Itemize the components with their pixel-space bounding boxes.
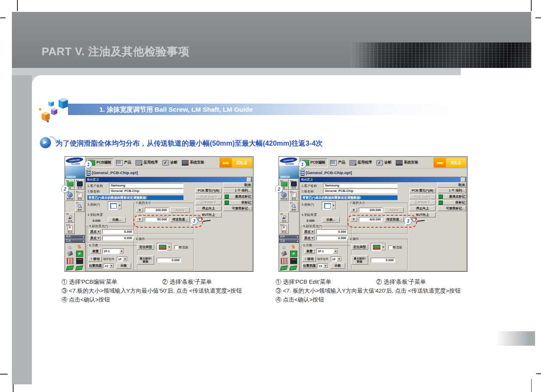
fkey-part-button[interactable]: F3部件: [75, 179, 85, 190]
menu-product[interactable]: 产品: [114, 159, 133, 167]
fkey-optimize-button[interactable]: F8优化: [279, 212, 289, 223]
parts-list-tool-icon[interactable]: [76, 251, 83, 257]
file-panel-header[interactable]: 文件: [65, 235, 85, 239]
parts-list-tool-icon[interactable]: [290, 251, 297, 257]
chevron-down-icon[interactable]: [167, 243, 172, 251]
fkey-graphic-button[interactable]: F7图形: [75, 201, 85, 212]
stopper-up-button[interactable]: 停止向上: [409, 206, 436, 211]
feeder-bank-tool-icon[interactable]: [281, 258, 288, 264]
sort-tool-icon[interactable]: [290, 244, 296, 250]
max-parts-value[interactable]: 0.000: [371, 258, 395, 262]
chevron-down-icon[interactable]: [323, 264, 328, 268]
pcb-index-button[interactable]: PCB 索引(*)(B): [195, 188, 222, 193]
fiducial-mark-button[interactable]: 基准点标记: [437, 194, 466, 199]
fkey-cancel-button[interactable]: F10取消: [65, 223, 75, 234]
array-button[interactable]: 1 个 排列...: [223, 188, 252, 193]
chevron-down-icon[interactable]: [117, 202, 122, 209]
caption-step-1: ① 选择'PCB Edit'菜单: [276, 277, 376, 286]
size-x-value[interactable]: 100.000: [145, 208, 169, 212]
dialog-title: 板的定义: [87, 178, 99, 182]
coordinate-dropdown[interactable]: [108, 201, 122, 210]
size-x-value[interactable]: 100.000: [359, 208, 383, 212]
jig-tool-icon[interactable]: [281, 251, 287, 256]
chevron-down-icon[interactable]: [119, 249, 124, 254]
diagnosis-icon: [376, 160, 383, 166]
pcb-tool-icon[interactable]: [290, 265, 296, 271]
menu-product[interactable]: 产品: [328, 159, 347, 167]
customer-name-input[interactable]: Samsung: [109, 183, 183, 188]
accept-mark-button[interactable]: 可接受标记...: [437, 206, 466, 211]
teach2-button[interactable]: 示教: [116, 263, 131, 269]
bypass-checkbox[interactable]: [389, 245, 392, 249]
stopper-up-button[interactable]: 停止向上: [195, 206, 222, 211]
sort-tool-icon[interactable]: [76, 244, 82, 250]
monitor-tool-icon[interactable]: [76, 258, 83, 264]
fkey-optimize-button[interactable]: F8优化: [65, 212, 75, 223]
menu-system-install[interactable]: 系统安装: [394, 159, 420, 167]
file-panel-header[interactable]: 文件: [279, 235, 299, 239]
teach-button[interactable]: 示教...: [322, 217, 340, 223]
move-button[interactable]: +移动: [302, 256, 316, 262]
accept-mark-button[interactable]: 可接受标记...: [223, 206, 252, 211]
menu-diagnosis[interactable]: 诊断: [161, 159, 179, 167]
tool-panel-header[interactable]: 工具: [279, 239, 299, 243]
home-tool-icon[interactable]: [281, 244, 287, 250]
dialog-close-button[interactable]: [247, 178, 251, 182]
cancel-button[interactable]: 取消: [223, 183, 252, 188]
chevron-down-icon[interactable]: [337, 257, 341, 261]
array-button[interactable]: 1 个 排列...: [437, 188, 466, 193]
fkey-graphic-button[interactable]: F7图形: [289, 201, 299, 212]
menu-system-install[interactable]: 系统安装: [180, 159, 206, 167]
device-dropdown[interactable]: 1F-1: [102, 248, 124, 254]
position-stopper-dropdown[interactable]: #2: [318, 263, 328, 268]
tape-module-dropdown[interactable]: 1F: [117, 257, 128, 262]
board-name-input[interactable]: General_PCB-Chip: [323, 189, 397, 193]
positioning-type-dropdown[interactable]: [371, 243, 386, 251]
positioning-type-dropdown[interactable]: [157, 243, 172, 251]
menu-diagnosis[interactable]: 诊断: [375, 159, 393, 167]
position-stopper-dropdown[interactable]: #2: [104, 263, 114, 268]
fiducial-mark-button[interactable]: 基准点标记: [223, 194, 252, 199]
chevron-down-icon[interactable]: [109, 264, 114, 268]
fkey-cancel-button[interactable]: F10取消: [279, 223, 289, 234]
monitor-tool-icon[interactable]: [290, 258, 297, 264]
device-dropdown[interactable]: 1F-1: [316, 248, 338, 254]
move-label: 移动: [307, 257, 314, 261]
menu-application[interactable]: 应用程序: [134, 159, 160, 167]
bad-mark-button[interactable]: 坏标记: [437, 200, 466, 205]
teach-button[interactable]: 示教...: [108, 217, 126, 223]
tape-module-dropdown[interactable]: 1F: [331, 257, 342, 262]
teach2-button[interactable]: 示教: [330, 263, 345, 269]
bypass-checkbox[interactable]: [175, 245, 178, 249]
chevron-down-icon[interactable]: [331, 202, 336, 209]
bad-mark-button[interactable]: 坏标记: [223, 200, 252, 205]
dialog-close-button[interactable]: [461, 178, 465, 182]
chevron-down-icon[interactable]: [123, 257, 127, 261]
move-button[interactable]: +移动: [88, 256, 102, 262]
origin-y-value[interactable]: 0.000: [102, 236, 134, 240]
origin-x-value[interactable]: 0.000: [316, 229, 348, 234]
feeder-bank-tool-icon[interactable]: [67, 258, 74, 264]
origin-y-value[interactable]: 0.000: [316, 236, 348, 240]
pcb-tool-icon[interactable]: [76, 265, 82, 271]
menu-application[interactable]: 应用程序: [348, 159, 374, 167]
fkey-empty-slot: [289, 212, 299, 223]
jig-tool-icon[interactable]: [67, 251, 73, 256]
coordinate-dropdown[interactable]: [322, 201, 336, 210]
fkey-stage-button[interactable]: F5阶段: [289, 190, 299, 201]
fkey-part-button[interactable]: F3部件: [289, 179, 299, 190]
fkey-stage-button[interactable]: F5阶段: [75, 190, 85, 201]
chevron-down-icon[interactable]: [333, 249, 338, 254]
tool-panel-header[interactable]: 工具: [65, 239, 85, 243]
origin-x-value[interactable]: 0.000: [102, 229, 134, 234]
board-name-input[interactable]: General_PCB-Chip: [109, 189, 183, 193]
pcb-tool-icon[interactable]: [67, 265, 73, 271]
customer-name-input[interactable]: Samsung: [323, 183, 397, 188]
home-tool-icon[interactable]: [67, 244, 73, 250]
green-mark-icon: [225, 195, 229, 199]
pcb-index-button[interactable]: PCB 索引(*)(B): [409, 188, 436, 193]
cancel-button[interactable]: 取消: [437, 183, 466, 188]
chevron-down-icon[interactable]: [381, 243, 386, 251]
max-parts-value[interactable]: 0.000: [157, 258, 181, 262]
pcb-tool-icon[interactable]: [281, 265, 287, 271]
